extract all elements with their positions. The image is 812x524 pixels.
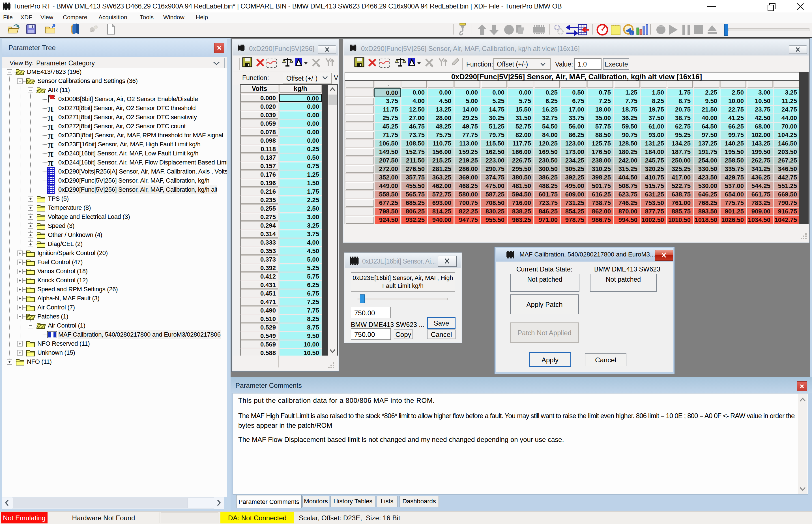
svg-text:π: π (48, 131, 53, 141)
svg-text:π: π (48, 104, 53, 113)
svg-text:i: i (631, 31, 631, 36)
svg-text:π: π (48, 113, 53, 122)
svg-text:π: π (48, 149, 53, 159)
svg-text:π: π (48, 122, 53, 131)
svg-text:π: π (48, 140, 53, 149)
svg-text:π: π (48, 158, 53, 168)
